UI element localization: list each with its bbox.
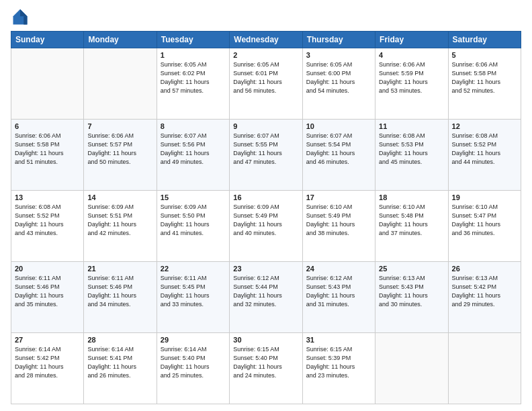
day-info: Sunrise: 6:12 AM Sunset: 5:43 PM Dayligh… xyxy=(306,274,371,309)
day-info: Sunrise: 6:09 AM Sunset: 5:50 PM Dayligh… xyxy=(161,203,226,238)
calendar-cell: 31Sunrise: 6:15 AM Sunset: 5:39 PM Dayli… xyxy=(302,333,375,404)
day-number: 26 xyxy=(452,265,517,273)
day-number: 27 xyxy=(15,336,80,344)
calendar-cell: 14Sunrise: 6:09 AM Sunset: 5:51 PM Dayli… xyxy=(84,191,157,262)
day-number: 24 xyxy=(306,265,371,273)
day-number: 4 xyxy=(379,51,444,59)
page: SundayMondayTuesdayWednesdayThursdayFrid… xyxy=(0,0,532,411)
day-info: Sunrise: 6:07 AM Sunset: 5:55 PM Dayligh… xyxy=(233,132,298,167)
day-number: 8 xyxy=(161,122,226,130)
calendar-cell: 9Sunrise: 6:07 AM Sunset: 5:55 PM Daylig… xyxy=(230,120,302,191)
calendar-cell: 1Sunrise: 6:05 AM Sunset: 6:02 PM Daylig… xyxy=(157,48,229,120)
day-number: 28 xyxy=(87,336,152,344)
calendar-cell: 22Sunrise: 6:11 AM Sunset: 5:45 PM Dayli… xyxy=(157,262,229,333)
day-info: Sunrise: 6:13 AM Sunset: 5:42 PM Dayligh… xyxy=(452,274,517,309)
calendar-day-header: Monday xyxy=(84,32,157,48)
calendar-cell: 6Sunrise: 6:06 AM Sunset: 5:58 PM Daylig… xyxy=(11,120,84,191)
calendar-cell: 20Sunrise: 6:11 AM Sunset: 5:46 PM Dayli… xyxy=(11,262,84,333)
calendar-cell: 4Sunrise: 6:06 AM Sunset: 5:59 PM Daylig… xyxy=(375,48,448,120)
calendar-cell: 17Sunrise: 6:10 AM Sunset: 5:49 PM Dayli… xyxy=(302,191,375,262)
header xyxy=(11,8,521,27)
day-info: Sunrise: 6:06 AM Sunset: 5:58 PM Dayligh… xyxy=(452,60,517,95)
day-number: 31 xyxy=(306,336,371,344)
day-info: Sunrise: 6:14 AM Sunset: 5:42 PM Dayligh… xyxy=(15,345,80,380)
calendar-table: SundayMondayTuesdayWednesdayThursdayFrid… xyxy=(11,31,521,404)
day-number: 11 xyxy=(379,122,444,130)
day-number: 18 xyxy=(379,193,444,201)
calendar-week-row: 13Sunrise: 6:08 AM Sunset: 5:52 PM Dayli… xyxy=(11,191,521,262)
day-info: Sunrise: 6:09 AM Sunset: 5:49 PM Dayligh… xyxy=(233,203,298,238)
calendar-day-header: Friday xyxy=(375,32,448,48)
day-info: Sunrise: 6:11 AM Sunset: 5:45 PM Dayligh… xyxy=(161,274,226,309)
day-info: Sunrise: 6:06 AM Sunset: 5:58 PM Dayligh… xyxy=(15,132,80,167)
calendar-cell: 12Sunrise: 6:08 AM Sunset: 5:52 PM Dayli… xyxy=(448,120,521,191)
calendar-cell: 2Sunrise: 6:05 AM Sunset: 6:01 PM Daylig… xyxy=(230,48,302,120)
calendar-day-header: Sunday xyxy=(11,32,84,48)
day-info: Sunrise: 6:06 AM Sunset: 5:59 PM Dayligh… xyxy=(379,60,444,95)
calendar-cell: 26Sunrise: 6:13 AM Sunset: 5:42 PM Dayli… xyxy=(448,262,521,333)
calendar-cell xyxy=(11,48,84,120)
calendar-week-row: 1Sunrise: 6:05 AM Sunset: 6:02 PM Daylig… xyxy=(11,48,521,120)
day-number: 15 xyxy=(161,193,226,201)
day-info: Sunrise: 6:08 AM Sunset: 5:52 PM Dayligh… xyxy=(15,203,80,238)
calendar-cell: 11Sunrise: 6:08 AM Sunset: 5:53 PM Dayli… xyxy=(375,120,448,191)
logo xyxy=(11,8,32,27)
day-info: Sunrise: 6:07 AM Sunset: 5:54 PM Dayligh… xyxy=(306,132,371,167)
calendar-day-header: Thursday xyxy=(302,32,375,48)
day-number: 12 xyxy=(452,122,517,130)
day-info: Sunrise: 6:09 AM Sunset: 5:51 PM Dayligh… xyxy=(87,203,152,238)
calendar-cell: 3Sunrise: 6:05 AM Sunset: 6:00 PM Daylig… xyxy=(302,48,375,120)
day-number: 2 xyxy=(233,51,298,59)
calendar-cell: 29Sunrise: 6:14 AM Sunset: 5:40 PM Dayli… xyxy=(157,333,229,404)
calendar-cell: 16Sunrise: 6:09 AM Sunset: 5:49 PM Dayli… xyxy=(230,191,302,262)
calendar-header-row: SundayMondayTuesdayWednesdayThursdayFrid… xyxy=(11,32,521,48)
day-number: 5 xyxy=(452,51,517,59)
day-info: Sunrise: 6:10 AM Sunset: 5:47 PM Dayligh… xyxy=(452,203,517,238)
day-number: 13 xyxy=(15,193,80,201)
calendar-cell xyxy=(448,333,521,404)
calendar-cell: 27Sunrise: 6:14 AM Sunset: 5:42 PM Dayli… xyxy=(11,333,84,404)
day-info: Sunrise: 6:15 AM Sunset: 5:39 PM Dayligh… xyxy=(306,345,371,380)
day-info: Sunrise: 6:11 AM Sunset: 5:46 PM Dayligh… xyxy=(15,274,80,309)
calendar-week-row: 27Sunrise: 6:14 AM Sunset: 5:42 PM Dayli… xyxy=(11,333,521,404)
day-info: Sunrise: 6:14 AM Sunset: 5:41 PM Dayligh… xyxy=(87,345,152,380)
day-number: 1 xyxy=(161,51,226,59)
calendar-cell: 24Sunrise: 6:12 AM Sunset: 5:43 PM Dayli… xyxy=(302,262,375,333)
calendar-cell: 19Sunrise: 6:10 AM Sunset: 5:47 PM Dayli… xyxy=(448,191,521,262)
calendar-cell xyxy=(84,48,157,120)
calendar-cell: 15Sunrise: 6:09 AM Sunset: 5:50 PM Dayli… xyxy=(157,191,229,262)
day-info: Sunrise: 6:14 AM Sunset: 5:40 PM Dayligh… xyxy=(161,345,226,380)
calendar-cell: 18Sunrise: 6:10 AM Sunset: 5:48 PM Dayli… xyxy=(375,191,448,262)
day-info: Sunrise: 6:12 AM Sunset: 5:44 PM Dayligh… xyxy=(233,274,298,309)
calendar-day-header: Saturday xyxy=(448,32,521,48)
day-number: 6 xyxy=(15,122,80,130)
svg-marker-1 xyxy=(20,9,28,17)
day-number: 23 xyxy=(233,265,298,273)
day-info: Sunrise: 6:10 AM Sunset: 5:49 PM Dayligh… xyxy=(306,203,371,238)
day-number: 25 xyxy=(379,265,444,273)
day-number: 30 xyxy=(233,336,298,344)
day-info: Sunrise: 6:06 AM Sunset: 5:57 PM Dayligh… xyxy=(87,132,152,167)
day-number: 14 xyxy=(87,193,152,201)
day-info: Sunrise: 6:08 AM Sunset: 5:52 PM Dayligh… xyxy=(452,132,517,167)
day-info: Sunrise: 6:08 AM Sunset: 5:53 PM Dayligh… xyxy=(379,132,444,167)
calendar-cell: 30Sunrise: 6:15 AM Sunset: 5:40 PM Dayli… xyxy=(230,333,302,404)
calendar-cell: 28Sunrise: 6:14 AM Sunset: 5:41 PM Dayli… xyxy=(84,333,157,404)
calendar-week-row: 20Sunrise: 6:11 AM Sunset: 5:46 PM Dayli… xyxy=(11,262,521,333)
day-number: 7 xyxy=(87,122,152,130)
calendar-week-row: 6Sunrise: 6:06 AM Sunset: 5:58 PM Daylig… xyxy=(11,120,521,191)
day-info: Sunrise: 6:05 AM Sunset: 6:00 PM Dayligh… xyxy=(306,60,371,95)
calendar-cell: 13Sunrise: 6:08 AM Sunset: 5:52 PM Dayli… xyxy=(11,191,84,262)
day-info: Sunrise: 6:15 AM Sunset: 5:40 PM Dayligh… xyxy=(233,345,298,380)
calendar-day-header: Tuesday xyxy=(157,32,229,48)
calendar-cell: 5Sunrise: 6:06 AM Sunset: 5:58 PM Daylig… xyxy=(448,48,521,120)
day-info: Sunrise: 6:05 AM Sunset: 6:02 PM Dayligh… xyxy=(161,60,226,95)
calendar-cell: 10Sunrise: 6:07 AM Sunset: 5:54 PM Dayli… xyxy=(302,120,375,191)
day-number: 9 xyxy=(233,122,298,130)
day-number: 20 xyxy=(15,265,80,273)
day-info: Sunrise: 6:05 AM Sunset: 6:01 PM Dayligh… xyxy=(233,60,298,95)
calendar-cell: 21Sunrise: 6:11 AM Sunset: 5:46 PM Dayli… xyxy=(84,262,157,333)
day-info: Sunrise: 6:10 AM Sunset: 5:48 PM Dayligh… xyxy=(379,203,444,238)
calendar-day-header: Wednesday xyxy=(230,32,302,48)
logo-icon xyxy=(11,8,30,27)
